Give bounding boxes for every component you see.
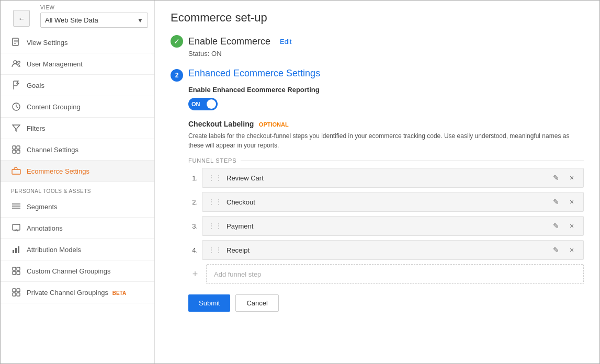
edit-step-2-button[interactable]: ✎ (550, 196, 562, 208)
sidebar-item-label: User Management (27, 60, 83, 68)
ecommerce-icon (11, 166, 21, 176)
back-button[interactable]: ← (13, 10, 30, 27)
page-title: Ecommerce set-up (171, 11, 584, 25)
sidebar-item-label: Channel Settings (27, 146, 78, 154)
view-label: VIEW (40, 5, 148, 10)
status-text: Status: ON (188, 50, 584, 58)
remove-step-1-button[interactable]: × (565, 172, 578, 184)
sidebar-item-label: Goals (27, 82, 44, 89)
funnel-actions-2: ✎ × (550, 196, 578, 208)
optional-badge: OPTIONAL (259, 121, 289, 128)
filter-icon (11, 123, 21, 133)
svg-rect-13 (13, 250, 14, 253)
funnel-actions-4: ✎ × (550, 244, 578, 256)
funnel-name-2: Checkout (227, 198, 550, 206)
cancel-button[interactable]: Cancel (235, 294, 278, 312)
funnel-num-1: 1. (188, 174, 198, 182)
sidebar-item-view-settings[interactable]: View Settings (1, 32, 154, 53)
sidebar-item-user-management[interactable]: User Management (1, 53, 154, 75)
beta-badge: BETA (112, 290, 126, 296)
enable-ecommerce-title: Enable Ecommerce (188, 36, 270, 47)
remove-step-2-button[interactable]: × (565, 196, 578, 208)
segments-icon (11, 201, 21, 212)
svg-rect-4 (13, 146, 16, 149)
sidebar-item-attribution-models[interactable]: Attribution Models (1, 239, 154, 260)
sidebar-item-label: Filters (27, 124, 45, 132)
edit-step-3-button[interactable]: ✎ (550, 220, 562, 232)
funnel-name-3: Payment (227, 222, 550, 230)
enhanced-ecommerce-toggle[interactable]: ON (188, 98, 218, 110)
funnel-header: FUNNEL STEPS (188, 157, 584, 164)
funnel-step-2: 2. ⋮⋮ Checkout ✎ × (188, 192, 584, 212)
svg-rect-5 (17, 146, 20, 149)
drag-handle-2[interactable]: ⋮⋮ (208, 198, 222, 206)
checkout-label: Checkout Labeling (188, 120, 254, 128)
enhanced-label: Enable Enhanced Ecommerce Reporting (188, 86, 584, 94)
sidebar-item-content-grouping[interactable]: Content Grouping (1, 96, 154, 118)
edit-step-1-button[interactable]: ✎ (550, 172, 562, 184)
enabled-check-icon: ✓ (171, 35, 183, 48)
add-funnel-step-row: + Add funnel step (188, 264, 584, 284)
step2-title: Enhanced Ecommerce Settings (188, 68, 320, 79)
sidebar-item-label: Ecommerce Settings (27, 167, 89, 175)
attribution-icon (11, 244, 21, 255)
sidebar-item-label: Private Channel Groupings BETA (27, 289, 126, 297)
svg-rect-14 (15, 248, 17, 253)
svg-rect-8 (12, 169, 20, 174)
svg-rect-19 (17, 271, 20, 275)
sidebar: ← VIEW All Web Site Data ▼ View Settings (1, 1, 155, 363)
funnel-step-1: 1. ⋮⋮ Review Cart ✎ × (188, 168, 584, 188)
funnel-box-4: ⋮⋮ Receipt ✎ × (202, 240, 584, 260)
funnel-step-4: 4. ⋮⋮ Receipt ✎ × (188, 240, 584, 260)
funnel-num-4: 4. (188, 246, 198, 254)
toggle-wrap: ON (188, 98, 584, 110)
step2-circle: 2 (171, 69, 183, 82)
svg-rect-7 (17, 150, 20, 153)
sidebar-item-annotations[interactable]: Annotations (1, 218, 154, 239)
edit-step-4-button[interactable]: ✎ (550, 244, 562, 256)
sidebar-item-custom-channel-groupings[interactable]: Custom Channel Groupings (1, 260, 154, 282)
svg-rect-18 (13, 271, 16, 275)
sidebar-item-label: View Settings (27, 39, 68, 47)
svg-point-1 (14, 61, 17, 64)
svg-rect-21 (17, 289, 20, 292)
sidebar-item-ecommerce-settings[interactable]: Ecommerce Settings (1, 161, 154, 182)
sidebar-item-channel-settings[interactable]: Channel Settings (1, 139, 154, 161)
svg-rect-17 (17, 267, 20, 270)
svg-rect-16 (13, 267, 16, 270)
sidebar-item-segments[interactable]: Segments (1, 196, 154, 218)
checkout-labeling-header: Checkout Labeling OPTIONAL (188, 120, 584, 128)
remove-step-3-button[interactable]: × (565, 220, 578, 232)
sidebar-item-private-channel-groupings[interactable]: Private Channel Groupings BETA (1, 282, 154, 303)
sidebar-item-goals[interactable]: Goals (1, 75, 154, 96)
sidebar-top: ← VIEW All Web Site Data ▼ (1, 1, 154, 32)
back-arrow-icon: ← (18, 15, 25, 22)
edit-link[interactable]: Edit (280, 38, 291, 46)
sidebar-item-label: Annotations (27, 224, 63, 232)
funnel-actions-3: ✎ × (550, 220, 578, 232)
personal-section-label: PERSONAL TOOLS & ASSETS (1, 182, 154, 196)
svg-rect-15 (18, 246, 19, 253)
remove-step-4-button[interactable]: × (565, 244, 578, 256)
funnel-step-3: 3. ⋮⋮ Payment ✎ × (188, 216, 584, 236)
sidebar-item-label: Segments (27, 203, 58, 211)
step2-row: 2 Enhanced Ecommerce Settings (171, 68, 584, 82)
private-channel-icon (11, 287, 21, 298)
sidebar-item-label: Custom Channel Groupings (27, 267, 110, 275)
svg-rect-22 (13, 293, 16, 296)
funnel-box-2: ⋮⋮ Checkout ✎ × (202, 192, 584, 212)
funnel-name-4: Receipt (227, 246, 550, 254)
drag-handle-3[interactable]: ⋮⋮ (208, 222, 222, 230)
toggle-text: ON (191, 101, 200, 107)
file-icon (11, 37, 21, 48)
drag-handle-1[interactable]: ⋮⋮ (208, 174, 222, 182)
add-funnel-step-button[interactable]: Add funnel step (206, 264, 584, 284)
drag-handle-4[interactable]: ⋮⋮ (208, 246, 222, 254)
sidebar-item-label: Attribution Models (27, 246, 81, 254)
submit-button[interactable]: Submit (188, 294, 230, 312)
svg-rect-6 (13, 150, 16, 153)
view-dropdown[interactable]: All Web Site Data ▼ (40, 13, 148, 28)
sidebar-item-filters[interactable]: Filters (1, 118, 154, 139)
main-content: Ecommerce set-up ✓ Enable Ecommerce Edit… (155, 1, 599, 363)
funnel-name-1: Review Cart (227, 174, 550, 182)
